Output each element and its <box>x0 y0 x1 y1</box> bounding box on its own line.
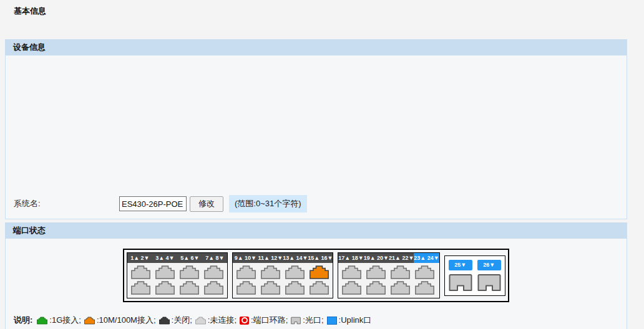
legend-disabled-icon <box>159 317 170 325</box>
sfp-port-25-icon <box>449 274 472 292</box>
port-18-icon <box>341 281 362 295</box>
port-14-icon <box>285 281 305 295</box>
page-title: 基本信息 <box>14 6 46 17</box>
device-info-section: 设备信息 系统名: 修改 (范围:0~31个字符) <box>5 39 627 219</box>
port-pair-label: 19▲ 20▼ <box>364 253 389 263</box>
port-group-ports <box>338 263 439 298</box>
device-info-body: 系统名: 修改 (范围:0~31个字符) <box>5 55 627 219</box>
device-info-rows <box>6 59 627 194</box>
port-group-header: 9▲ 10▼11▲ 12▼13▲ 14▼15▲ 16▼ <box>233 253 333 263</box>
port-panel-box: 1▲ 2▼3▲ 4▼5▲ 6▼7▲ 8▼ 9▲ 10▼11▲ 12▼13▲ 14… <box>123 249 509 302</box>
legend-item-unconnected-text: :未连接; <box>208 315 237 326</box>
port-21-icon <box>390 265 411 279</box>
port-pair-label: 21▲ 22▼ <box>389 253 414 263</box>
info-row-uptime <box>6 177 627 194</box>
port-pair-label: 17▲ 18▼ <box>338 253 363 263</box>
port-pair-label: 23▲ 24▼ <box>414 253 439 263</box>
info-row-work-mode <box>6 143 627 160</box>
port-group-1: 1▲ 2▼3▲ 4▼5▲ 6▼7▲ 8▼ <box>127 252 228 298</box>
sfp-port-26: 26▼ <box>477 260 501 292</box>
legend-label: 说明: <box>14 315 32 326</box>
sfp-port-box: 25▼ 26▼ <box>444 255 505 296</box>
port-status-header: 端口状态 <box>5 222 627 239</box>
port-3-icon <box>155 265 175 279</box>
port-22-icon <box>390 281 411 295</box>
sfp-port-25: 25▼ <box>449 260 472 292</box>
system-name-row: 系统名: 修改 (范围:0~31个字符) <box>6 194 627 214</box>
legend-100m-icon <box>84 317 95 325</box>
legend-item-loop-text: :端口环路; <box>251 315 288 326</box>
port-2-icon <box>130 281 151 295</box>
port-group-ports <box>233 263 333 298</box>
port-17-icon <box>341 265 362 279</box>
info-row-model <box>6 59 627 76</box>
modify-button[interactable]: 修改 <box>190 196 223 212</box>
main-content: 设备信息 系统名: 修改 (范围:0~31个字符) 端口状态 1▲ 2▼3▲ 4… <box>5 39 627 329</box>
system-name-input[interactable] <box>119 196 187 211</box>
port-group-2: 9▲ 10▼11▲ 12▼13▲ 14▼15▲ 16▼ <box>232 252 333 298</box>
info-row-sw-version <box>6 126 627 143</box>
sfp-port-25-label: 25▼ <box>449 260 472 270</box>
legend-item-fiber-text: :光口; <box>303 315 323 326</box>
legend-item-100m: :10M/100M接入; <box>84 315 156 326</box>
port-row-bottom <box>341 281 436 295</box>
port-4-icon <box>155 281 175 295</box>
sfp-port-26-icon <box>477 274 501 292</box>
info-row-ip <box>6 93 627 110</box>
legend-item-100m-text: :10M/100M接入; <box>97 315 156 326</box>
legend-item-unconnected: :未连接; <box>195 315 237 326</box>
port-6-icon <box>179 281 200 295</box>
port-10-icon <box>236 281 256 295</box>
port-pair-label: 13▲ 14▼ <box>283 253 308 263</box>
port-pair-label: 1▲ 2▼ <box>127 253 152 263</box>
port-23-icon <box>414 265 435 279</box>
port-11-icon <box>260 265 281 279</box>
legend-item-uplink: :Uplink口 <box>327 315 372 326</box>
port-group-3: 17▲ 18▼19▲ 20▼21▲ 22▼23▲ 24▼ <box>338 252 439 298</box>
port-7-icon <box>203 265 224 279</box>
legend-item-uplink-text: :Uplink口 <box>339 315 372 326</box>
port-panel: 1▲ 2▼3▲ 4▼5▲ 6▼7▲ 8▼ 9▲ 10▼11▲ 12▼13▲ 14… <box>6 249 627 302</box>
port-pair-label: 15▲ 16▼ <box>308 253 333 263</box>
port-status-section: 端口状态 1▲ 2▼3▲ 4▼5▲ 6▼7▲ 8▼ 9▲ 10▼11▲ 12▼1… <box>5 222 627 329</box>
legend-1g-icon <box>37 317 47 325</box>
port-9-icon <box>236 265 256 279</box>
port-1-icon <box>130 265 151 279</box>
legend-unconnected-icon <box>195 317 206 325</box>
port-legend: 说明: :1G接入; :10M/100M接入; :关闭; :未连接;:端口环路;… <box>6 310 627 329</box>
port-row-top <box>130 265 224 279</box>
legend-fiber-icon <box>291 317 301 325</box>
port-15-icon <box>309 265 329 279</box>
port-13-icon <box>285 265 305 279</box>
port-row-bottom <box>130 281 224 295</box>
port-pair-label: 11▲ 12▼ <box>258 253 283 263</box>
port-pair-label: 3▲ 4▼ <box>152 253 177 263</box>
port-row-top <box>236 265 329 279</box>
port-pair-label: 5▲ 6▼ <box>177 253 202 263</box>
system-name-range-hint: (范围:0~31个字符) <box>229 195 307 212</box>
system-name-label: 系统名: <box>6 198 119 209</box>
port-row-top <box>341 265 436 279</box>
port-status-body: 1▲ 2▼3▲ 4▼5▲ 6▼7▲ 8▼ 9▲ 10▼11▲ 12▼13▲ 14… <box>5 239 627 329</box>
port-12-icon <box>260 281 281 295</box>
port-group-ports <box>127 263 227 298</box>
info-row-loop-detect <box>6 160 627 177</box>
legend-item-fiber: :光口; <box>291 315 323 326</box>
port-group-header: 1▲ 2▼3▲ 4▼5▲ 6▼7▲ 8▼ <box>127 253 227 263</box>
device-info-header: 设备信息 <box>5 39 627 55</box>
port-pair-label: 7▲ 8▼ <box>202 253 227 263</box>
port-row-bottom <box>236 281 329 295</box>
port-5-icon <box>179 265 200 279</box>
port-19-icon <box>366 265 386 279</box>
legend-loop-icon <box>240 317 249 325</box>
info-row-serial <box>6 110 627 126</box>
legend-item-1g-text: :1G接入; <box>49 315 81 326</box>
port-20-icon <box>366 281 386 295</box>
legend-item-disabled: :关闭; <box>159 315 192 326</box>
port-8-icon <box>203 281 224 295</box>
port-pair-label: 9▲ 10▼ <box>233 253 258 263</box>
port-16-icon <box>309 281 329 295</box>
legend-item-disabled-text: :关闭; <box>172 315 192 326</box>
legend-uplink-icon <box>327 317 337 325</box>
sfp-port-26-label: 26▼ <box>477 260 501 270</box>
